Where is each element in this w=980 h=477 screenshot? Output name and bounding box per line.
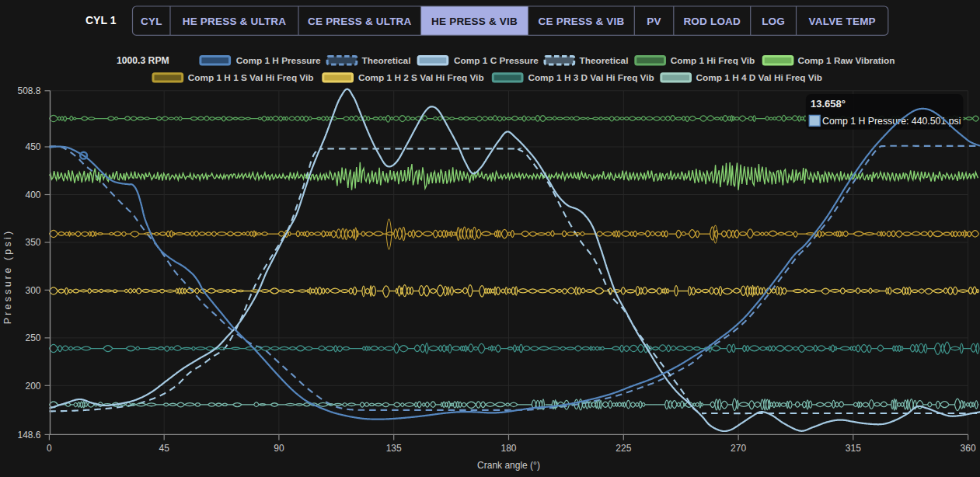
- svg-text:225: 225: [616, 443, 631, 454]
- svg-text:HE PRESS & VIB: HE PRESS & VIB: [431, 16, 518, 27]
- svg-text:Comp 1 H Pressure: 440.501 psi: Comp 1 H Pressure: 440.501 psi: [822, 116, 961, 127]
- svg-text:13.658°: 13.658°: [811, 98, 846, 110]
- svg-text:315: 315: [846, 443, 861, 454]
- svg-text:Comp 1 C Pressure: Comp 1 C Pressure: [454, 55, 539, 66]
- svg-text:45: 45: [159, 443, 170, 454]
- svg-text:Crank angle (°): Crank angle (°): [477, 460, 540, 471]
- svg-text:135: 135: [386, 443, 402, 454]
- svg-text:Comp 1 Raw Vibration: Comp 1 Raw Vibration: [797, 55, 895, 66]
- svg-text:Theoretical: Theoretical: [362, 55, 411, 66]
- svg-text:90: 90: [274, 443, 284, 454]
- svg-text:CE PRESS & VIB: CE PRESS & VIB: [539, 16, 625, 27]
- svg-text:0: 0: [47, 443, 52, 454]
- svg-text:CYL 1: CYL 1: [85, 14, 117, 26]
- svg-text:HE PRESS & ULTRA: HE PRESS & ULTRA: [183, 16, 287, 27]
- svg-text:360: 360: [961, 443, 976, 454]
- svg-text:250: 250: [25, 333, 40, 343]
- svg-text:200: 200: [25, 381, 40, 392]
- svg-text:ROD LOAD: ROD LOAD: [683, 16, 741, 27]
- svg-text:450: 450: [25, 141, 40, 152]
- svg-text:PV: PV: [647, 16, 661, 27]
- svg-text:350: 350: [25, 237, 40, 248]
- svg-text:Comp 1 H 1 S Val Hi Freq Vib: Comp 1 H 1 S Val Hi Freq Vib: [188, 72, 314, 83]
- svg-text:Comp 1 H Pressure: Comp 1 H Pressure: [236, 55, 321, 66]
- svg-text:CE PRESS & ULTRA: CE PRESS & ULTRA: [308, 16, 412, 27]
- svg-text:LOG: LOG: [762, 16, 785, 27]
- svg-text:Theoretical: Theoretical: [580, 55, 629, 66]
- svg-text:Comp 1 H 4 D Val Hi Freq Vib: Comp 1 H 4 D Val Hi Freq Vib: [696, 72, 822, 83]
- svg-text:300: 300: [25, 285, 40, 296]
- svg-text:180: 180: [500, 443, 516, 454]
- svg-text:270: 270: [731, 443, 746, 454]
- svg-text:1000.3 RPM: 1000.3 RPM: [117, 55, 169, 66]
- svg-text:CYL: CYL: [141, 16, 162, 27]
- svg-text:Comp 1 Hi Freq Vib: Comp 1 Hi Freq Vib: [671, 55, 755, 66]
- svg-text:VALVE TEMP: VALVE TEMP: [809, 16, 876, 27]
- svg-text:508.8: 508.8: [17, 85, 40, 96]
- svg-text:400: 400: [25, 190, 40, 200]
- svg-text:Comp 1 H 2 S Val Hi Freq Vib: Comp 1 H 2 S Val Hi Freq Vib: [358, 72, 484, 83]
- svg-text:148.6: 148.6: [17, 430, 40, 440]
- svg-text:Comp 1 H 3 D Val Hi Freq Vib: Comp 1 H 3 D Val Hi Freq Vib: [528, 72, 654, 83]
- svg-text:Pressure (psi): Pressure (psi): [2, 229, 13, 325]
